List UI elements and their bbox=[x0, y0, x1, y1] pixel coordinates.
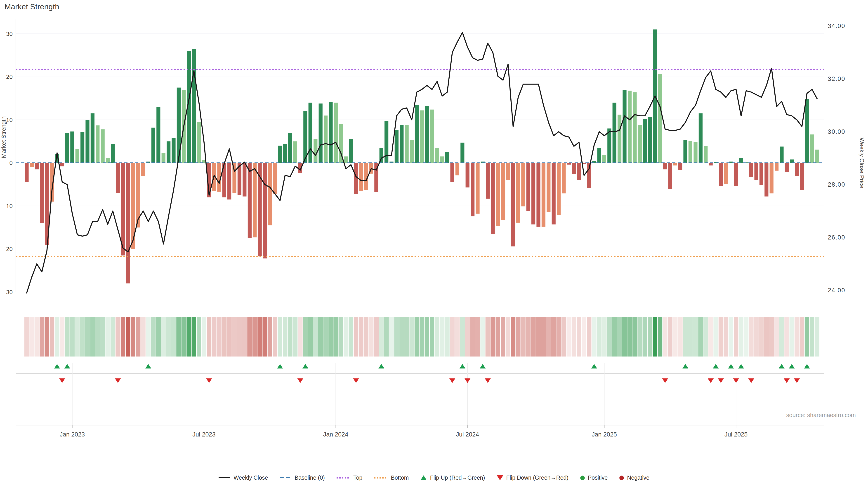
heatmap-cell[interactable] bbox=[262, 317, 267, 357]
strength-bar[interactable] bbox=[65, 133, 69, 163]
heatmap-cell[interactable] bbox=[739, 317, 743, 357]
heatmap-cell[interactable] bbox=[587, 317, 591, 357]
heatmap-cell[interactable] bbox=[171, 317, 176, 357]
strength-bar[interactable] bbox=[101, 129, 105, 163]
heatmap-cell[interactable] bbox=[764, 317, 769, 357]
heatmap-cell[interactable] bbox=[166, 317, 170, 357]
heatmap-cell[interactable] bbox=[217, 317, 221, 357]
heatmap-cell[interactable] bbox=[506, 317, 510, 357]
heatmap-cell[interactable] bbox=[308, 317, 313, 357]
heatmap-cell[interactable] bbox=[257, 317, 262, 357]
strength-bar[interactable] bbox=[496, 163, 500, 226]
heatmap-cell[interactable] bbox=[146, 317, 151, 357]
strength-bar[interactable] bbox=[359, 163, 363, 191]
heatmap-cell[interactable] bbox=[779, 317, 784, 357]
strength-bar[interactable] bbox=[111, 144, 115, 163]
heatmap-cell[interactable] bbox=[582, 317, 586, 357]
strength-bar[interactable] bbox=[602, 155, 606, 163]
heatmap-cell[interactable] bbox=[723, 317, 728, 357]
strength-bar[interactable] bbox=[775, 163, 778, 170]
legend-item[interactable]: Top bbox=[337, 475, 362, 481]
flip-down-marker[interactable] bbox=[353, 379, 359, 383]
heatmap-cell[interactable] bbox=[435, 317, 439, 357]
heatmap-cell[interactable] bbox=[151, 317, 156, 357]
strength-bar[interactable] bbox=[192, 49, 196, 163]
strength-bar[interactable] bbox=[663, 163, 667, 169]
strength-bar[interactable] bbox=[227, 163, 231, 199]
heatmap-cell[interactable] bbox=[774, 317, 779, 357]
strength-bar[interactable] bbox=[81, 132, 84, 163]
strength-bar[interactable] bbox=[511, 163, 515, 247]
heatmap-cell[interactable] bbox=[795, 317, 799, 357]
strength-bar[interactable] bbox=[466, 163, 469, 188]
strength-bar[interactable] bbox=[96, 125, 99, 163]
strength-bar[interactable] bbox=[166, 141, 170, 163]
heatmap-cell[interactable] bbox=[227, 317, 231, 357]
flip-up-marker[interactable] bbox=[779, 364, 784, 368]
heatmap-cell[interactable] bbox=[182, 317, 186, 357]
strength-bar[interactable] bbox=[243, 163, 246, 197]
heatmap-cell[interactable] bbox=[399, 317, 404, 357]
heatmap-cell[interactable] bbox=[501, 317, 505, 357]
heatmap-cell[interactable] bbox=[283, 317, 287, 357]
strength-bar[interactable] bbox=[35, 163, 39, 169]
strength-bar[interactable] bbox=[471, 163, 474, 216]
strength-bar[interactable] bbox=[268, 163, 272, 225]
heatmap-cell[interactable] bbox=[414, 317, 419, 357]
heatmap-cell[interactable] bbox=[95, 317, 100, 357]
heatmap-cell[interactable] bbox=[749, 317, 753, 357]
strength-bar[interactable] bbox=[75, 149, 79, 163]
heatmap-cell[interactable] bbox=[663, 317, 667, 357]
flip-down-marker[interactable] bbox=[450, 379, 455, 383]
heatmap-cell[interactable] bbox=[425, 317, 429, 357]
heatmap-cell[interactable] bbox=[617, 317, 622, 357]
heatmap-cell[interactable] bbox=[339, 317, 343, 357]
heatmap-cell[interactable] bbox=[531, 317, 535, 357]
heatmap-cell[interactable] bbox=[708, 317, 713, 357]
heatmap-cell[interactable] bbox=[348, 317, 353, 357]
heatmap-cell[interactable] bbox=[389, 317, 394, 357]
heatmap-cell[interactable] bbox=[394, 317, 399, 357]
heatmap-cell[interactable] bbox=[288, 317, 292, 357]
heatmap-cell[interactable] bbox=[800, 317, 804, 357]
heatmap-cell[interactable] bbox=[729, 317, 733, 357]
heatmap-cell[interactable] bbox=[354, 317, 358, 357]
flip-up-marker[interactable] bbox=[303, 364, 308, 368]
heatmap-cell[interactable] bbox=[658, 317, 662, 357]
heatmap-cell[interactable] bbox=[55, 317, 59, 357]
heatmap-cell[interactable] bbox=[627, 317, 632, 357]
heatmap-cell[interactable] bbox=[278, 317, 282, 357]
heatmap-cell[interactable] bbox=[293, 317, 298, 357]
heatmap-cell[interactable] bbox=[632, 317, 637, 357]
flip-up-marker[interactable] bbox=[145, 364, 151, 368]
flip-down-marker[interactable] bbox=[297, 379, 303, 383]
heatmap-cell[interactable] bbox=[612, 317, 617, 357]
strength-bars[interactable] bbox=[25, 29, 819, 283]
heatmap-cell[interactable] bbox=[592, 317, 596, 357]
strength-bar[interactable] bbox=[643, 119, 647, 163]
heatmap-cell[interactable] bbox=[44, 317, 49, 357]
strength-bar[interactable] bbox=[475, 163, 479, 214]
heatmap-cell[interactable] bbox=[536, 317, 541, 357]
heatmap-cell[interactable] bbox=[546, 317, 551, 357]
strength-bar[interactable] bbox=[324, 116, 328, 163]
strength-bar[interactable] bbox=[608, 129, 611, 163]
legend-item[interactable]: Positive bbox=[580, 475, 608, 481]
flip-up-marker[interactable] bbox=[64, 364, 70, 368]
strength-bar[interactable] bbox=[541, 163, 546, 227]
strength-bar[interactable] bbox=[460, 142, 464, 163]
heatmap-cell[interactable] bbox=[572, 317, 576, 357]
flip-up-marker[interactable] bbox=[591, 364, 597, 368]
flip-down-marker[interactable] bbox=[662, 379, 668, 383]
heatmap-cell[interactable] bbox=[404, 317, 409, 357]
flip-down-marker[interactable] bbox=[748, 379, 754, 383]
flip-up-marker[interactable] bbox=[277, 364, 283, 368]
strength-heatmap[interactable] bbox=[24, 317, 819, 357]
heatmap-cell[interactable] bbox=[551, 317, 556, 357]
strength-bar[interactable] bbox=[313, 139, 317, 163]
heatmap-cell[interactable] bbox=[561, 317, 566, 357]
heatmap-cell[interactable] bbox=[156, 317, 161, 357]
heatmap-cell[interactable] bbox=[273, 317, 277, 357]
heatmap-cell[interactable] bbox=[480, 317, 485, 357]
strength-bar[interactable] bbox=[693, 142, 698, 163]
